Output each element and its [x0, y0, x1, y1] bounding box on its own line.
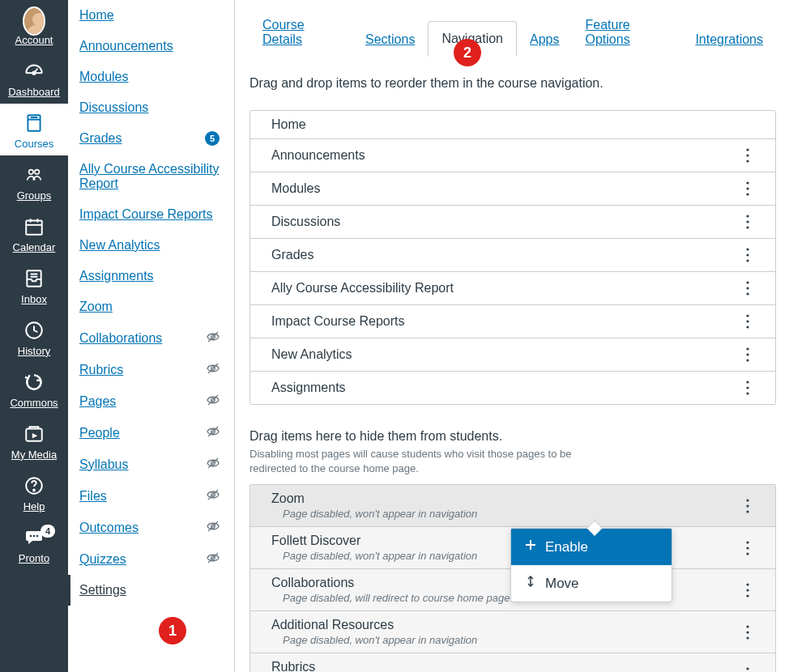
courses-icon	[23, 112, 45, 134]
kebab-icon[interactable]	[738, 496, 757, 516]
kebab-icon[interactable]	[738, 212, 757, 232]
course-nav-item[interactable]: Settings	[68, 575, 234, 606]
hidden-icon	[207, 520, 220, 535]
course-nav-item[interactable]: Grades5	[68, 123, 234, 154]
course-nav-item[interactable]: Assignments	[68, 261, 234, 291]
course-nav-link[interactable]: Zoom	[79, 300, 113, 314]
kebab-icon[interactable]	[738, 538, 757, 558]
global-nav-inbox[interactable]: Inbox	[0, 259, 68, 311]
kebab-icon[interactable]	[738, 345, 757, 364]
nav-item-label: Impact Course Reports	[271, 314, 405, 329]
course-nav-link[interactable]: Grades	[79, 131, 122, 146]
course-nav-item[interactable]: Outcomes	[68, 512, 234, 543]
course-nav-item[interactable]: Discussions	[68, 92, 234, 123]
nav-item-subtitle: Page disabled, won't appear in navigatio…	[271, 550, 477, 562]
global-nav-mymedia[interactable]: My Media	[0, 415, 68, 466]
tab-integrations[interactable]: Integrations	[682, 23, 776, 57]
hidden-icon	[207, 551, 220, 567]
course-nav-item[interactable]: Quizzes	[68, 543, 234, 575]
global-nav-label: Courses	[15, 138, 53, 150]
nav-item-row[interactable]: Assignments	[250, 372, 775, 404]
global-nav-account[interactable]: Account	[0, 0, 68, 52]
course-nav-item[interactable]: Impact Course Reports	[68, 199, 234, 230]
nav-item-row[interactable]: Home	[250, 111, 775, 139]
nav-item-row[interactable]: Discussions	[250, 206, 775, 239]
course-nav-item[interactable]: Syllabus	[68, 449, 234, 480]
kebab-icon[interactable]	[738, 623, 757, 642]
global-nav-commons[interactable]: Commons	[0, 363, 68, 415]
settings-tabs: Course DetailsSectionsNavigationAppsFeat…	[249, 8, 776, 57]
kebab-icon[interactable]	[738, 146, 757, 165]
tab-course-details[interactable]: Course Details	[249, 8, 352, 57]
course-nav-item[interactable]: New Analytics	[68, 230, 234, 261]
nav-item-row-disabled[interactable]: Additional ResourcesPage disabled, won't…	[250, 611, 775, 653]
course-nav-link[interactable]: Pages	[79, 394, 116, 409]
course-nav-link[interactable]: Assignments	[79, 269, 154, 283]
course-nav-item[interactable]: People	[68, 417, 234, 449]
course-nav-link[interactable]: Syllabus	[79, 457, 128, 472]
tab-apps[interactable]: Apps	[517, 23, 572, 57]
course-nav-link[interactable]: Home	[79, 8, 114, 23]
nav-item-label: New Analytics	[271, 347, 352, 362]
course-nav-item[interactable]: Modules	[68, 62, 234, 92]
global-nav-courses[interactable]: Courses	[0, 104, 68, 155]
course-nav-item[interactable]: Files	[68, 480, 234, 512]
global-nav-help[interactable]: Help	[0, 466, 68, 518]
course-nav-item[interactable]: Announcements	[68, 31, 234, 62]
course-nav-link[interactable]: People	[79, 426, 120, 440]
course-nav-link[interactable]: Impact Course Reports	[79, 207, 213, 222]
course-nav-link[interactable]: Quizzes	[79, 552, 126, 567]
kebab-icon[interactable]	[738, 312, 757, 331]
kebab-icon[interactable]	[738, 665, 757, 672]
nav-item-row[interactable]: Announcements	[250, 139, 775, 172]
global-nav-dashboard[interactable]: Dashboard	[0, 52, 68, 104]
nav-item-row-disabled[interactable]: ZoomPage disabled, won't appear in navig…	[250, 485, 775, 527]
nav-item-row[interactable]: Modules	[250, 172, 775, 206]
tab-feature-options[interactable]: Feature Options	[572, 8, 682, 57]
course-nav-link[interactable]: Discussions	[79, 100, 148, 115]
global-nav-label: My Media	[11, 449, 57, 461]
instruction-text: Drag and drop items to reorder them in t…	[249, 76, 776, 91]
nav-item-label: Ally Course Accessibility Report	[271, 281, 454, 296]
kebab-icon[interactable]	[738, 378, 757, 398]
kebab-icon[interactable]	[738, 279, 757, 298]
course-nav-link[interactable]: Modules	[79, 70, 128, 84]
course-nav-item[interactable]: Pages	[68, 385, 234, 417]
global-nav-calendar[interactable]: Calendar	[0, 207, 68, 259]
nav-item-row[interactable]: Grades	[250, 239, 775, 272]
menu-move[interactable]: Move	[511, 565, 672, 602]
course-nav-item[interactable]: Home	[68, 0, 234, 31]
course-nav-item[interactable]: Collaborations	[68, 322, 234, 354]
svg-rect-16	[27, 270, 41, 287]
global-nav: AccountDashboardCoursesGroupsCalendarInb…	[0, 0, 68, 672]
nav-item-row[interactable]: New Analytics	[250, 338, 775, 372]
course-nav-link[interactable]: Collaborations	[79, 331, 162, 346]
help-icon	[23, 474, 45, 497]
svg-point-5	[29, 169, 34, 174]
nav-item-row[interactable]: Ally Course Accessibility Report	[250, 272, 775, 305]
kebab-icon[interactable]	[738, 179, 757, 198]
course-nav-link[interactable]: Outcomes	[79, 521, 139, 535]
course-nav-link[interactable]: Ally Course Accessibility Report	[79, 162, 220, 191]
hidden-section-heading: Drag items here to hide them from studen…	[249, 429, 776, 444]
course-nav-item[interactable]: Rubrics	[68, 354, 234, 385]
course-nav-link[interactable]: Rubrics	[79, 363, 123, 377]
nav-item-label: Modules	[271, 181, 320, 196]
course-nav-link[interactable]: Announcements	[79, 39, 173, 53]
kebab-icon[interactable]	[738, 245, 757, 265]
nav-item-row-disabled[interactable]: RubricsPage disabled, will redirect to c…	[250, 653, 775, 672]
course-nav-link[interactable]: New Analytics	[79, 238, 160, 253]
tab-sections[interactable]: Sections	[352, 23, 428, 57]
hidden-section-subtext: Disabling most pages will cause students…	[249, 447, 598, 476]
menu-enable[interactable]: Enable	[511, 529, 672, 565]
course-nav-link[interactable]: Settings	[79, 583, 126, 598]
course-nav-item[interactable]: Ally Course Accessibility Report	[68, 154, 234, 199]
nav-item-row[interactable]: Impact Course Reports	[250, 305, 775, 338]
course-nav-item[interactable]: Zoom	[68, 291, 234, 322]
global-nav-history[interactable]: History	[0, 311, 68, 363]
course-nav-link[interactable]: Files	[79, 489, 107, 504]
svg-point-25	[33, 534, 36, 537]
global-nav-groups[interactable]: Groups	[0, 155, 68, 207]
global-nav-pronto[interactable]: Pronto4	[0, 518, 68, 570]
kebab-icon[interactable]	[738, 581, 757, 600]
